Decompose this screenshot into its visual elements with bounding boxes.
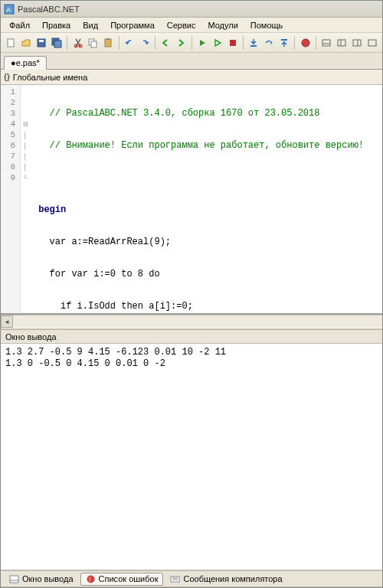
output-header: Окно вывода — [1, 330, 382, 344]
svg-point-16 — [302, 39, 309, 47]
global-names-label: Глобальные имена — [13, 73, 88, 82]
code-line: var a:=ReadArrReal(9); — [33, 237, 379, 247]
file-tab[interactable]: ●e.pas* — [4, 56, 47, 70]
step-out-icon[interactable] — [277, 35, 291, 51]
bottom-tabs: Окно вывода ! Список ошибок Сообщения ко… — [1, 570, 382, 587]
stop-icon[interactable] — [225, 35, 240, 51]
step-over-icon[interactable] — [262, 35, 277, 51]
toolbar-separator — [316, 36, 316, 50]
toolbar — [1, 33, 382, 53]
toggle-breakpoint-icon[interactable] — [298, 35, 313, 51]
output-area[interactable]: 1.3 2.7 -0.5 9 4.15 -6.123 0.01 10 -2 11… — [1, 344, 382, 570]
menu-view[interactable]: Вид — [77, 19, 103, 31]
menu-help[interactable]: Помощь — [245, 19, 289, 31]
svg-rect-14 — [250, 45, 257, 47]
bottom-tab-errors[interactable]: ! Список ошибок — [80, 573, 164, 586]
nav-forward-icon[interactable] — [174, 35, 188, 51]
svg-rect-17 — [322, 40, 330, 46]
menu-program[interactable]: Программа — [105, 19, 160, 31]
undo-icon[interactable] — [122, 35, 136, 51]
line-number: 5 — [1, 129, 20, 140]
fold-column: ⊟ │ │ │ │ └ — [21, 85, 30, 313]
brace-icon: {} — [4, 73, 10, 81]
line-number: 3 — [1, 108, 20, 119]
line-gutter: 1 2 3 4 5 6 7 8 9 — [1, 85, 21, 313]
toolbar-separator — [294, 36, 295, 50]
code-line — [33, 172, 379, 183]
cut-icon[interactable] — [70, 35, 85, 51]
bottom-tab-label: Окно вывода — [22, 574, 74, 583]
save-icon[interactable] — [34, 35, 49, 51]
toolbar-separator — [119, 36, 119, 50]
titlebar: A PascalABC.NET — [1, 1, 382, 18]
code-area[interactable]: // PascalABC.NET 3.4.0, сборка 1670 от 2… — [30, 85, 382, 313]
panel4-icon[interactable] — [365, 35, 379, 51]
menubar: Файл Правка Вид Программа Сервис Модули … — [1, 18, 382, 33]
fold-toggle-icon[interactable]: ⊟ — [21, 119, 30, 129]
panel-icon[interactable] — [319, 35, 334, 51]
code-line: begin — [33, 204, 379, 215]
code-line: // PascalABC.NET 3.4.0, сборка 1670 от 2… — [33, 108, 379, 119]
menu-edit[interactable]: Правка — [37, 19, 76, 31]
app-icon: A — [4, 4, 15, 15]
svg-rect-15 — [281, 39, 287, 41]
nav-back-icon[interactable] — [159, 35, 173, 51]
step-into-icon[interactable] — [247, 35, 261, 51]
svg-rect-6 — [54, 41, 61, 47]
line-number: 1 — [1, 87, 20, 97]
global-names-bar[interactable]: {} Глобальные имена — [1, 70, 382, 85]
scroll-left-icon[interactable]: ◄ — [1, 315, 13, 328]
menu-service[interactable]: Сервис — [162, 19, 201, 31]
menu-file[interactable]: Файл — [4, 19, 35, 31]
new-file-icon[interactable] — [4, 35, 18, 51]
fold-mark — [21, 87, 30, 97]
bottom-tab-output[interactable]: Окно вывода — [4, 573, 79, 586]
output-line: 1.3 2.7 -0.5 9 4.15 -6.123 0.01 10 -2 11 — [5, 347, 378, 358]
output-line: 1.3 0 -0.5 0 4.15 0 0.01 0 -2 — [5, 358, 378, 370]
redo-icon[interactable] — [137, 35, 152, 51]
open-file-icon[interactable] — [19, 35, 34, 51]
panel3-icon[interactable] — [350, 35, 365, 51]
line-number: 2 — [1, 97, 20, 108]
svg-rect-19 — [338, 40, 345, 46]
fold-mark: │ — [21, 151, 30, 162]
line-number: 7 — [1, 151, 20, 162]
fold-mark: │ — [21, 129, 30, 140]
line-number: 6 — [1, 140, 20, 151]
messages-icon — [170, 574, 180, 584]
copy-icon[interactable] — [86, 35, 100, 51]
bottom-tab-label: Сообщения компилятора — [183, 574, 282, 583]
code-line: for var i:=0 to 8 do — [33, 269, 379, 279]
code-line: if i.IsOdd then a[i]:=0; — [33, 301, 379, 312]
paste-icon[interactable] — [101, 35, 116, 51]
scroll-track[interactable] — [13, 315, 382, 327]
svg-rect-12 — [106, 38, 110, 40]
svg-rect-11 — [105, 39, 111, 47]
bottom-tab-label: Список ошибок — [99, 574, 159, 583]
svg-rect-24 — [10, 576, 18, 583]
code-line: // Внимание! Если программа не работает,… — [33, 140, 379, 151]
panel2-icon[interactable] — [335, 35, 349, 51]
svg-rect-13 — [230, 40, 236, 46]
editor-h-scrollbar[interactable]: ◄ — [1, 315, 382, 327]
fold-mark — [21, 108, 30, 119]
svg-rect-10 — [91, 41, 97, 47]
line-number: 4 — [1, 119, 20, 129]
toolbar-separator — [192, 36, 192, 50]
svg-rect-21 — [353, 40, 361, 46]
tabstrip: ●e.pas* — [1, 53, 382, 70]
toolbar-separator — [155, 36, 155, 50]
svg-text:A: A — [6, 6, 11, 14]
toolbar-separator — [243, 36, 244, 50]
output-icon — [9, 574, 19, 584]
code-editor[interactable]: 1 2 3 4 5 6 7 8 9 ⊟ │ │ │ │ └ // PascalA… — [1, 85, 382, 315]
fold-mark: │ — [21, 140, 30, 151]
svg-rect-23 — [368, 40, 376, 46]
bottom-tab-messages[interactable]: Сообщения компилятора — [165, 573, 287, 586]
run-no-debug-icon[interactable] — [210, 35, 224, 51]
fold-end-icon: └ — [21, 172, 30, 183]
run-icon[interactable] — [195, 35, 210, 51]
menu-modules[interactable]: Модули — [202, 19, 243, 31]
line-number: 9 — [1, 172, 20, 183]
save-all-icon[interactable] — [49, 35, 64, 51]
